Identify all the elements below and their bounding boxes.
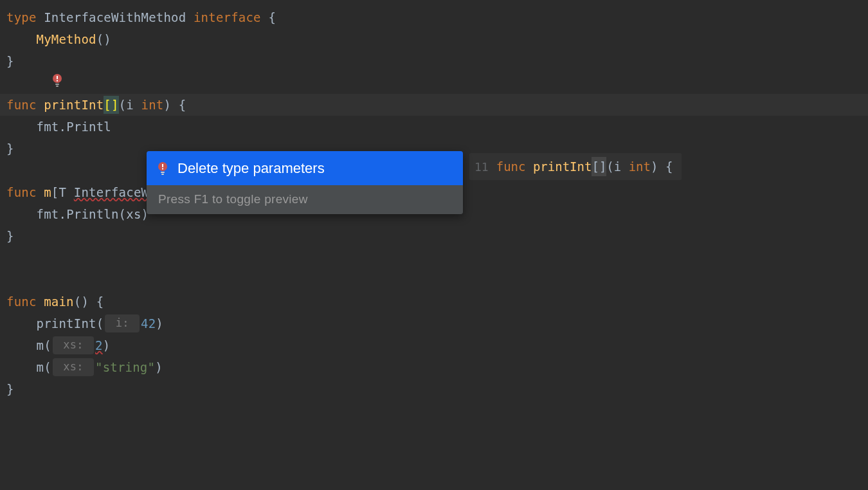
param-name: i xyxy=(126,96,141,114)
highlight-bracket-close: ] xyxy=(599,157,606,177)
svg-rect-9 xyxy=(161,174,164,175)
code-line[interactable] xyxy=(0,72,868,94)
function-call: Printl xyxy=(66,118,111,136)
keyword-func: func xyxy=(6,96,37,114)
brace: { xyxy=(171,96,186,114)
intention-popup: Delete type parameters Press F1 to toggl… xyxy=(147,151,463,214)
brace: } xyxy=(6,227,14,246)
parens: () xyxy=(74,293,89,311)
intention-preview: 11func printInt[](i int) { xyxy=(469,153,682,180)
intention-popup-hint: Press F1 to toggle preview xyxy=(147,185,463,214)
dot: . xyxy=(59,118,66,136)
keyword-interface: interface xyxy=(194,8,261,27)
svg-rect-6 xyxy=(162,164,163,167)
intention-action-delete-type-parameters[interactable]: Delete type parameters xyxy=(147,151,463,185)
paren-open: ( xyxy=(119,96,127,114)
code-line[interactable]: type InterfaceWithMethod interface { xyxy=(0,6,868,28)
preview-line-number: 11 xyxy=(475,158,489,176)
svg-rect-2 xyxy=(57,80,58,82)
indent xyxy=(6,358,37,377)
package-ref: fmt xyxy=(37,118,59,136)
paren-open: ( xyxy=(606,158,613,176)
param-type: int xyxy=(629,158,651,176)
paren-close: ) xyxy=(155,358,163,377)
parens: () xyxy=(96,30,111,49)
function-name: printInt xyxy=(44,96,104,114)
paren-close: ) xyxy=(163,96,171,114)
brace: { xyxy=(658,158,673,176)
error-bulb-icon xyxy=(51,73,63,87)
dot: . xyxy=(59,205,66,224)
svg-rect-7 xyxy=(162,168,163,169)
inlay-hint: xs: xyxy=(53,336,94,354)
brace: } xyxy=(6,140,14,158)
function-call: Println xyxy=(66,205,118,224)
code-line[interactable]: func main() { xyxy=(0,291,868,313)
code-line[interactable]: MyMethod() xyxy=(0,28,868,50)
indent xyxy=(6,118,37,136)
paren-close: ) xyxy=(103,336,111,355)
method-name: MyMethod xyxy=(37,30,96,49)
function-call: printInt xyxy=(37,314,96,333)
code-line[interactable]: } xyxy=(0,225,868,247)
function-name: printInt xyxy=(533,158,592,176)
highlight-bracket-open: [ xyxy=(592,157,599,177)
paren-open: ( xyxy=(96,314,104,333)
intention-action-label: Delete type parameters xyxy=(177,158,325,179)
function-call: m xyxy=(37,358,44,377)
keyword-func: func xyxy=(6,183,37,202)
svg-rect-3 xyxy=(55,84,59,85)
arg: xs xyxy=(126,205,141,224)
code-line-active[interactable]: func printInt[](i int) { xyxy=(0,94,868,116)
paren-open: ( xyxy=(44,358,51,377)
keyword-type: type xyxy=(6,8,37,27)
function-name: main xyxy=(44,293,74,311)
number-literal: 42 xyxy=(141,314,156,333)
brace: } xyxy=(6,380,14,399)
keyword-func: func xyxy=(6,293,37,311)
type-name: InterfaceWithMethod xyxy=(44,8,186,27)
paren-open: ( xyxy=(119,205,127,224)
code-line-blank[interactable] xyxy=(0,247,868,269)
inlay-hint: i: xyxy=(105,314,140,332)
code-line[interactable]: m( xs: 2) xyxy=(0,334,868,356)
param-type: int xyxy=(141,96,164,114)
indent xyxy=(6,30,37,49)
indent xyxy=(6,314,37,333)
paren-close: ) xyxy=(156,314,163,333)
inlay-hint: xs: xyxy=(53,358,94,376)
brace: { xyxy=(261,8,276,27)
code-line[interactable]: printInt( i: 42) xyxy=(0,313,868,334)
caret-bracket-open: [ xyxy=(104,96,111,114)
keyword-func: func xyxy=(496,158,526,176)
package-ref: fmt xyxy=(37,205,59,224)
number-literal-error: 2 xyxy=(95,336,103,355)
svg-rect-1 xyxy=(57,76,58,79)
code-line[interactable]: } xyxy=(0,50,868,72)
code-line[interactable]: m( xs: "string") xyxy=(0,356,868,378)
code-line[interactable]: fmt.Printl xyxy=(0,116,868,138)
string-literal: "string" xyxy=(95,358,155,377)
caret-bracket-close: ] xyxy=(111,96,119,114)
paren-open: ( xyxy=(44,336,51,355)
indent xyxy=(6,205,37,224)
type-param: T xyxy=(59,183,73,202)
bracket-open: [ xyxy=(51,183,59,202)
svg-rect-4 xyxy=(56,86,59,87)
indent xyxy=(6,336,37,355)
paren-close: ) xyxy=(651,158,658,176)
function-call: m xyxy=(37,336,44,355)
code-line[interactable]: } xyxy=(0,378,868,400)
param-name: i xyxy=(614,158,629,176)
code-line-blank[interactable] xyxy=(0,269,868,291)
function-name: m xyxy=(44,183,51,202)
error-bulb-icon xyxy=(157,161,168,176)
svg-rect-8 xyxy=(161,172,165,173)
brace: { xyxy=(89,293,104,311)
